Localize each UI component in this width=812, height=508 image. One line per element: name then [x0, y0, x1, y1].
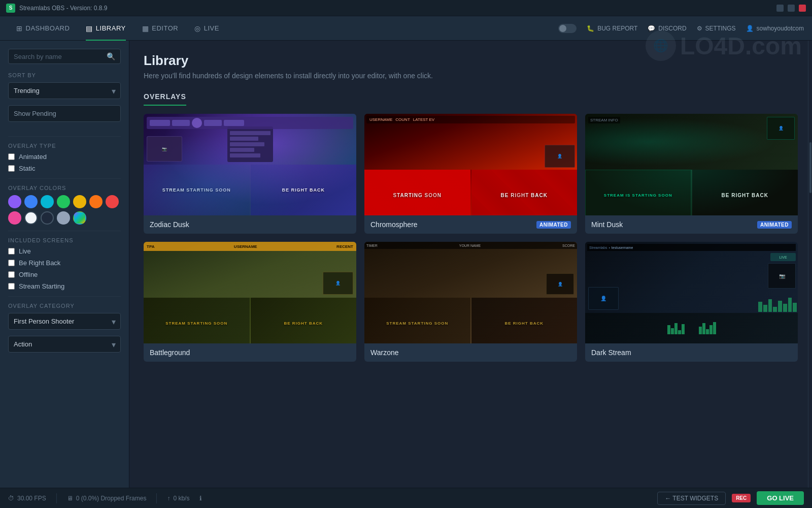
battleground-screen2: BE RIGHT BACK [251, 298, 357, 343]
chromosphere-screen2: BE RIGHT BACK [471, 170, 578, 215]
divider-1 [8, 136, 121, 137]
color-black[interactable] [41, 211, 54, 225]
page-subtitle: Here you'll find hundreds of design elem… [144, 72, 798, 80]
color-filter-grid [8, 195, 121, 225]
show-pending-button[interactable]: Show Pending [8, 105, 121, 122]
offline-checkbox[interactable] [8, 271, 15, 278]
screen-live[interactable]: Live [8, 247, 121, 255]
color-gradient[interactable] [73, 211, 86, 225]
minimize-button[interactable] [776, 5, 784, 12]
warzone-preview: TIMERYOUR NAMESCORE 👤 STREAM STARTING SO… [364, 242, 577, 343]
dark-stream-preview: Streamlabs•testusername LIVE 📷 👤 [585, 242, 798, 343]
search-icon[interactable]: 🔍 [107, 52, 115, 60]
editor-icon: ▦ [142, 24, 149, 33]
battleground-name: Battleground [150, 348, 190, 357]
watermark-text: LO4D.com [680, 41, 802, 60]
main-layout: 🔍 SORT BY Trending Newest Most Popular S… [0, 41, 812, 488]
color-cyan[interactable] [41, 195, 54, 208]
screen-stream-starting[interactable]: Stream Starting [8, 282, 121, 290]
nav-library-label: LIBRARY [96, 24, 126, 32]
category2-dropdown[interactable]: Action First Person Shooter [8, 336, 121, 353]
status-divider-2 [156, 493, 157, 503]
dark-stream-footer: Dark Stream [585, 343, 798, 362]
zodiac-footer: Zodiac Dusk [144, 215, 356, 234]
sidebar: 🔍 SORT BY Trending Newest Most Popular S… [0, 41, 129, 488]
color-red[interactable] [106, 195, 119, 208]
category2-dropdown-wrapper: Action First Person Shooter [8, 336, 121, 353]
nav-live[interactable]: ◎ LIVE [186, 16, 227, 41]
close-button[interactable] [799, 5, 806, 12]
fps-value: 30.00 FPS [17, 495, 46, 502]
live-icon: ◎ [194, 24, 201, 33]
watermark: 🌐 LO4D.com [646, 41, 802, 61]
zodiac-preview: 📷 STREAM STARTING SOON BE RIGHT BACK [144, 114, 356, 215]
search-input[interactable] [14, 53, 107, 60]
chromosphere-preview: USERNAMECOUNTLATEST EV 👤 STARTING SOON B… [364, 114, 577, 215]
nav-editor[interactable]: ▦ EDITOR [134, 16, 186, 41]
battleground-screen1: STREAM STARTING SOON [144, 298, 250, 343]
search-container: 🔍 [8, 49, 121, 64]
color-yellow[interactable] [73, 195, 86, 208]
category-dropdown[interactable]: First Person Shooter Action Sports Fanta… [8, 313, 121, 330]
stream-starting-checkbox[interactable] [8, 283, 15, 290]
nav-dashboard[interactable]: ⊞ DASHBOARD [8, 16, 78, 41]
color-pink[interactable] [8, 211, 21, 225]
color-purple[interactable] [8, 195, 21, 208]
color-white[interactable] [24, 211, 38, 225]
battleground-footer: Battleground [144, 343, 356, 362]
overlay-card-chromosphere[interactable]: USERNAMECOUNTLATEST EV 👤 STARTING SOON B… [364, 114, 577, 234]
offline-screen-label: Offline [19, 271, 38, 278]
info-button[interactable]: ℹ [199, 495, 202, 502]
color-blue[interactable] [24, 195, 38, 208]
bug-report-button[interactable]: 🐛 BUG REPORT [587, 25, 637, 32]
animated-checkbox[interactable] [8, 153, 15, 160]
battleground-preview: TPAUSERNAMERECENT 👤 STREAM STARTING SOON [144, 242, 356, 343]
zodiac-name: Zodiac Dusk [150, 220, 189, 229]
overlays-section-title: OVERLAYS [144, 92, 186, 106]
color-green[interactable] [57, 195, 70, 208]
mint-footer: Mint Dusk ANIMATED [585, 215, 798, 234]
nav-dashboard-label: DASHBOARD [26, 24, 70, 32]
stream-starting-screen-label: Stream Starting [19, 282, 64, 290]
divider-3 [8, 231, 121, 231]
app-title: Streamlabs OBS - Version: 0.8.9 [19, 5, 776, 12]
go-live-button[interactable]: GO LIVE [757, 491, 804, 505]
overlay-card-dark-stream[interactable]: Streamlabs•testusername LIVE 📷 👤 [585, 242, 798, 362]
live-checkbox[interactable] [8, 248, 15, 255]
window-controls [776, 5, 806, 12]
filter-static[interactable]: Static [8, 165, 121, 172]
overlay-card-mint-dusk[interactable]: 👤 STREAM INFO STREAM IS STARTING SOON BE… [585, 114, 798, 234]
test-widgets-button[interactable]: ← TEST WIDGETS [657, 492, 726, 505]
statusbar: ⏱ 30.00 FPS 🖥 0 (0.0%) Dropped Frames ↑ … [0, 488, 812, 508]
nav-library[interactable]: ▤ LIBRARY [78, 16, 133, 41]
chromosphere-badge: ANIMATED [536, 221, 571, 229]
chromosphere-screen1: STARTING SOON [364, 170, 470, 215]
sidebar-resize-handle[interactable] [808, 41, 812, 488]
zodiac-screens: STREAM STARTING SOON BE RIGHT BACK [144, 165, 356, 215]
overlay-card-battleground[interactable]: TPAUSERNAMERECENT 👤 STREAM STARTING SOON [144, 242, 356, 362]
overlay-colors-label: OVERLAY COLORS [8, 185, 121, 191]
sort-by-label: SORT BY [8, 72, 121, 78]
brb-checkbox[interactable] [8, 260, 15, 266]
rec-badge: REC [732, 494, 751, 502]
screen-be-right-back[interactable]: Be Right Back [8, 259, 121, 267]
overlay-card-zodiac-dusk[interactable]: 📷 STREAM STARTING SOON BE RIGHT BACK [144, 114, 356, 234]
color-orange[interactable] [89, 195, 103, 208]
status-divider-1 [56, 493, 57, 503]
static-checkbox[interactable] [8, 165, 15, 172]
overlay-type-label: OVERLAY TYPE [8, 143, 121, 149]
dashboard-icon: ⊞ [16, 24, 23, 33]
color-gray[interactable] [57, 211, 70, 225]
scroll-indicator [809, 142, 811, 193]
live-screen-label: Live [19, 247, 31, 255]
warzone-screen1: STREAM STARTING SOON [364, 298, 470, 343]
theme-toggle[interactable] [558, 24, 577, 33]
filter-animated[interactable]: Animated [8, 153, 121, 161]
overlay-card-warzone[interactable]: TIMERYOUR NAMESCORE 👤 STREAM STARTING SO… [364, 242, 577, 362]
watermark-icon: 🌐 [646, 41, 676, 61]
screen-offline[interactable]: Offline [8, 271, 121, 278]
nav-editor-label: EDITOR [152, 24, 178, 32]
maximize-button[interactable] [788, 5, 795, 12]
overlays-section: OVERLAYS [144, 92, 798, 362]
sort-dropdown[interactable]: Trending Newest Most Popular [8, 82, 121, 99]
